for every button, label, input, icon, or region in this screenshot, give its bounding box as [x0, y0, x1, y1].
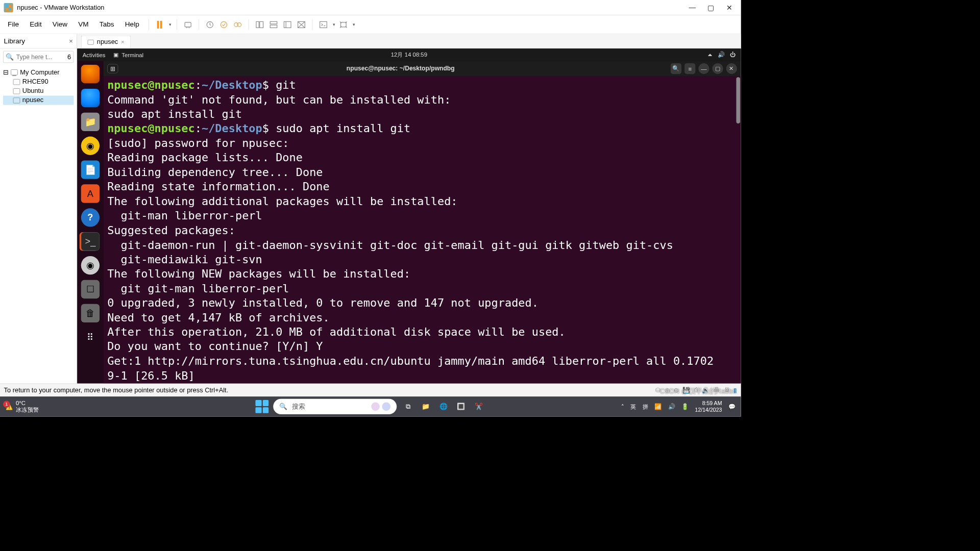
power-dropdown[interactable]: ▾: [169, 22, 172, 28]
window-titlebar: npusec - VMware Workstation — ▢ ✕: [0, 0, 741, 15]
terminal-search-button[interactable]: 🔍: [671, 63, 681, 74]
task-view-icon[interactable]: ⧉: [401, 400, 414, 413]
taskbar-snip-icon[interactable]: ✂️: [472, 400, 485, 413]
clock-date: 12/14/2023: [695, 407, 722, 413]
tree-item-npusec[interactable]: npusec: [3, 95, 74, 105]
snapshot-take-icon[interactable]: [205, 19, 215, 30]
menu-view[interactable]: View: [48, 19, 71, 30]
terminal-window: ⊞ npusec@npusec: ~/Desktop/pwndbg 🔍 ≡ — …: [104, 61, 741, 383]
menu-tabs[interactable]: Tabs: [95, 19, 118, 30]
menubar: File Edit View VM Tabs Help ▾ ▾ ▾: [0, 15, 741, 34]
vm-tabs: npusec ×: [77, 34, 741, 49]
terminal-icon: ▣: [113, 52, 119, 59]
dock-rhythmbox-icon[interactable]: ◉: [81, 137, 100, 155]
pause-vm-button[interactable]: [154, 19, 165, 30]
terminal-close-button[interactable]: ✕: [726, 63, 737, 74]
dock-help-icon[interactable]: ?: [81, 208, 100, 227]
term-line: sudo apt install git: [107, 107, 737, 121]
view-unity-icon[interactable]: [282, 19, 292, 30]
console-view-icon[interactable]: [318, 19, 329, 30]
network-icon[interactable]: ⏶: [707, 52, 713, 59]
library-close-button[interactable]: ×: [69, 37, 73, 45]
weather-temp: 0°C: [16, 399, 39, 406]
snapshot-manager-icon[interactable]: [232, 19, 243, 30]
terminal-menu-button[interactable]: ≡: [684, 63, 695, 74]
taskbar-vmware-icon[interactable]: 🔳: [455, 400, 468, 413]
svg-rect-2: [6, 8, 9, 10]
term-line: 0 upgraded, 3 newly installed, 0 to remo…: [107, 296, 737, 310]
term-cmd: git: [276, 78, 296, 91]
weather-label: 冰冻预警: [16, 406, 39, 413]
start-button[interactable]: [255, 400, 268, 413]
toolbar-divider: [149, 19, 149, 30]
toolbar-divider: [199, 19, 199, 30]
stretch-guest-icon[interactable]: [338, 19, 349, 30]
snapshot-revert-icon[interactable]: [218, 19, 229, 30]
dock-trash-icon[interactable]: 🗑: [81, 304, 100, 322]
dock-terminal-icon[interactable]: >_: [81, 232, 100, 251]
dock-disk-icon[interactable]: ◉: [81, 256, 100, 274]
library-search[interactable]: 🔍 6: [3, 51, 74, 63]
tree-item-ubuntu[interactable]: Ubuntu: [3, 86, 74, 95]
view-tabs-icon[interactable]: [268, 19, 279, 30]
ime-mode[interactable]: 拼: [643, 403, 648, 410]
tray-chevron-icon[interactable]: ˄: [621, 403, 624, 410]
dock-device-icon[interactable]: ☐: [81, 280, 100, 298]
term-line: Do you want to continue? [Y/n] Y: [107, 340, 737, 354]
view-fullscreen-icon[interactable]: [296, 19, 307, 30]
tray-clock[interactable]: 8:59 AM 12/14/2023: [695, 400, 722, 413]
svg-rect-3: [9, 8, 11, 10]
volume-icon[interactable]: 🔊: [718, 52, 725, 59]
dock-firefox-icon[interactable]: [81, 65, 100, 83]
term-line: Reading package lists... Done: [107, 151, 737, 165]
tray-battery-icon[interactable]: 🔋: [681, 403, 689, 410]
collapse-icon[interactable]: ⊟: [3, 68, 9, 77]
dock-apps-icon[interactable]: ⠿: [81, 328, 100, 346]
minimize-button[interactable]: —: [684, 2, 700, 13]
menu-help[interactable]: Help: [121, 19, 143, 30]
taskbar-search[interactable]: 🔍 搜索: [273, 399, 397, 414]
vm-tab-npusec[interactable]: npusec ×: [81, 36, 131, 48]
tray-wifi-icon[interactable]: 📶: [654, 403, 662, 410]
guest-desktop[interactable]: Activities ▣ Terminal 12月 14 08:59 ⏶ 🔊 ⏻: [77, 48, 741, 383]
taskbar-explorer-icon[interactable]: 📁: [419, 400, 432, 413]
dock-software-icon[interactable]: A: [81, 184, 100, 203]
term-cmd: sudo apt install git: [276, 122, 410, 135]
terminal-newtab-button[interactable]: ⊞: [107, 64, 118, 73]
send-ctrl-alt-del-icon[interactable]: [182, 19, 193, 30]
library-search-input[interactable]: [16, 54, 65, 61]
tray-volume-icon[interactable]: 🔊: [668, 403, 675, 410]
view-single-icon[interactable]: [254, 19, 265, 30]
power-icon[interactable]: ⏻: [730, 52, 736, 59]
gnome-dock: 📁 ◉ 📄 A ? >_ ◉ ☐ 🗑 ⠿: [77, 61, 103, 383]
dock-thunderbird-icon[interactable]: [81, 89, 100, 107]
terminal-maximize-button[interactable]: ▢: [713, 63, 723, 74]
tray-notifications-icon[interactable]: 💬: [728, 403, 736, 410]
topbar-clock[interactable]: 12月 14 08:59: [391, 51, 427, 58]
ime-lang[interactable]: 英: [630, 403, 636, 410]
stretch-dropdown[interactable]: ▾: [353, 22, 355, 28]
svg-rect-11: [270, 21, 277, 24]
console-dropdown[interactable]: ▾: [333, 22, 335, 28]
terminal-body[interactable]: npusec@npusec:~/Desktop$ git Command 'gi…: [104, 77, 741, 384]
terminal-minimize-button[interactable]: —: [698, 63, 709, 74]
library-tree: ⊟ My Computer RHCE90 Ubuntu npusec: [0, 65, 77, 107]
menu-file[interactable]: File: [4, 19, 23, 30]
dock-libreoffice-icon[interactable]: 📄: [81, 160, 100, 179]
topbar-app-indicator[interactable]: ▣ Terminal: [113, 52, 143, 59]
search-icon: 🔍: [279, 403, 287, 411]
activities-button[interactable]: Activities: [83, 52, 106, 58]
tab-close-button[interactable]: ×: [121, 39, 124, 45]
maximize-button[interactable]: ▢: [703, 2, 718, 13]
tree-item-rhce90[interactable]: RHCE90: [3, 77, 74, 86]
close-button[interactable]: ✕: [722, 2, 737, 13]
taskbar-weather[interactable]: ⚠️1 0°C 冰冻预警: [6, 399, 39, 413]
menu-vm[interactable]: VM: [75, 19, 93, 30]
dock-files-icon[interactable]: 📁: [81, 113, 100, 131]
terminal-scrollbar[interactable]: [736, 77, 740, 123]
tree-item-label: RHCE90: [22, 78, 48, 86]
tree-root[interactable]: ⊟ My Computer: [3, 67, 74, 77]
taskbar-edge-icon[interactable]: 🌐: [437, 400, 450, 413]
menu-edit[interactable]: Edit: [26, 19, 46, 30]
term-line: Suggested packages:: [107, 223, 737, 238]
